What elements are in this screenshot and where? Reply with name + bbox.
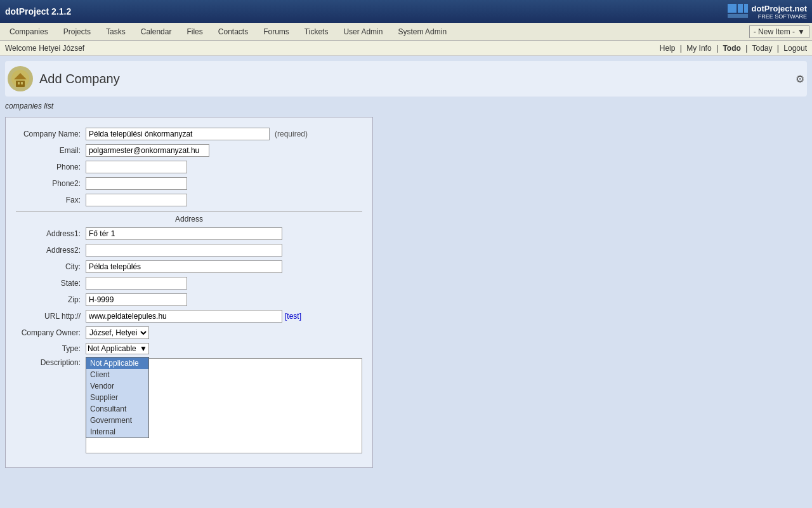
nav-calendar[interactable]: Calendar (134, 24, 179, 39)
type-label: Type: (16, 344, 86, 353)
email-label: Email: (16, 146, 86, 155)
nav-files[interactable]: Files (180, 24, 209, 39)
url-row: URL http:// [test] (16, 310, 362, 323)
state-row: State: (16, 277, 362, 290)
settings-icon[interactable]: ⚙ (796, 73, 804, 85)
type-option-consultant[interactable]: Consultant (86, 403, 148, 415)
navbar: Companies Projects Tasks Calendar Files … (0, 23, 812, 41)
welcome-bar: Welcome Hetyei József Help | My Info | T… (0, 41, 812, 56)
nav-system-admin[interactable]: System Admin (391, 24, 454, 39)
company-owner-select[interactable]: József, Hetyei (86, 326, 149, 339)
header-left: dotProject 2.1.2 (5, 6, 71, 17)
new-item-button[interactable]: - New Item - ▼ (749, 25, 809, 38)
nav-companies[interactable]: Companies (3, 24, 55, 39)
nav-items: Companies Projects Tasks Calendar Files … (3, 24, 454, 39)
type-option-client[interactable]: Client (86, 369, 148, 380)
today-link[interactable]: Today (752, 44, 772, 53)
pipe-4: | (777, 44, 779, 53)
fax-input[interactable] (86, 194, 187, 206)
description-label: Description: (16, 358, 86, 367)
logo-area: dotProject.net FREE SOFTWARE (726, 3, 807, 20)
pipe-1: | (680, 44, 682, 53)
city-input[interactable] (86, 260, 282, 273)
my-info-link[interactable]: My Info (686, 44, 711, 53)
phone2-input[interactable] (86, 177, 187, 190)
address2-input[interactable] (86, 244, 282, 257)
email-input[interactable] (86, 144, 209, 157)
phone2-row: Phone2: (16, 177, 362, 190)
fax-label: Fax: (16, 196, 86, 204)
zip-input[interactable] (86, 293, 187, 306)
top-links: Help | My Info | Todo | Today | Logout (660, 44, 807, 53)
app-header: dotProject 2.1.2 dotProject.net FREE SOF… (0, 0, 812, 23)
companies-list-link[interactable]: companies list (5, 102, 807, 110)
type-select-display[interactable]: Not Applicable ▼ (86, 343, 149, 354)
pipe-3: | (745, 44, 747, 53)
type-option-vendor[interactable]: Vendor (86, 380, 148, 392)
type-dropdown-container: Not Applicable ▼ Not Applicable Client V… (86, 343, 149, 354)
company-name-row: Company Name: (required) (16, 128, 362, 140)
form-container: Company Name: (required) Email: Phone: P… (5, 117, 373, 468)
description-row: Description: (16, 358, 362, 453)
address-divider (16, 211, 362, 212)
type-row: Type: Not Applicable ▼ Not Applicable Cl… (16, 343, 362, 354)
add-company-icon (8, 66, 33, 91)
todo-link[interactable]: Todo (723, 44, 740, 53)
logo-name: dotProject.net (752, 4, 807, 13)
logo-text: dotProject.net FREE SOFTWARE (752, 4, 807, 20)
type-option-government[interactable]: Government (86, 415, 148, 426)
company-name-input[interactable] (86, 128, 270, 140)
zip-label: Zip: (16, 295, 86, 304)
state-label: State: (16, 279, 86, 288)
svg-rect-3 (728, 14, 748, 18)
state-input[interactable] (86, 277, 187, 290)
company-name-label: Company Name: (16, 130, 86, 138)
phone2-label: Phone2: (16, 179, 86, 188)
dotproject-logo-icon (726, 3, 749, 20)
nav-projects[interactable]: Projects (56, 24, 98, 39)
company-owner-row: Company Owner: József, Hetyei (16, 326, 362, 339)
logout-link[interactable]: Logout (783, 44, 807, 53)
fax-row: Fax: (16, 194, 362, 206)
svg-rect-2 (744, 4, 748, 13)
type-option-internal[interactable]: Internal (86, 426, 148, 438)
type-option-not-applicable[interactable]: Not Applicable (86, 358, 148, 369)
nav-contacts[interactable]: Contacts (211, 24, 255, 39)
svg-rect-1 (738, 4, 743, 13)
required-note: (required) (275, 130, 308, 138)
pipe-2: | (716, 44, 718, 53)
app-title: dotProject 2.1.2 (5, 6, 71, 17)
url-input[interactable] (86, 310, 282, 323)
address2-label: Address2: (16, 246, 86, 255)
company-owner-label: Company Owner: (16, 328, 86, 337)
phone-row: Phone: (16, 161, 362, 173)
url-test-link[interactable]: [test] (285, 312, 301, 321)
page-header: Add Company ⚙ (5, 61, 807, 97)
address1-row: Address1: (16, 227, 362, 240)
svg-rect-6 (18, 82, 20, 84)
type-chevron-icon: ▼ (140, 344, 147, 353)
nav-forums[interactable]: Forums (256, 24, 296, 39)
type-select-wrapper: Not Applicable ▼ (86, 343, 149, 354)
new-item-label: - New Item - (754, 27, 795, 36)
type-dropdown-list: Not Applicable Client Vendor Supplier Co… (86, 357, 149, 438)
address1-input[interactable] (86, 227, 282, 240)
phone-input[interactable] (86, 161, 187, 173)
help-link[interactable]: Help (660, 44, 676, 53)
logo-sub: FREE SOFTWARE (752, 13, 807, 20)
zip-row: Zip: (16, 293, 362, 306)
phone-label: Phone: (16, 163, 86, 171)
address2-row: Address2: (16, 244, 362, 257)
nav-tasks[interactable]: Tasks (99, 24, 133, 39)
address-section-title: Address (16, 215, 362, 224)
page-title: Add Company (39, 72, 120, 86)
nav-user-admin[interactable]: User Admin (336, 24, 390, 39)
type-option-supplier[interactable]: Supplier (86, 392, 148, 403)
svg-rect-7 (21, 82, 23, 84)
svg-rect-0 (728, 4, 737, 13)
svg-rect-5 (16, 81, 25, 87)
address1-label: Address1: (16, 229, 86, 238)
city-label: City: (16, 262, 86, 271)
nav-tickets[interactable]: Tickets (298, 24, 336, 39)
welcome-text: Welcome Hetyei József (5, 44, 84, 53)
